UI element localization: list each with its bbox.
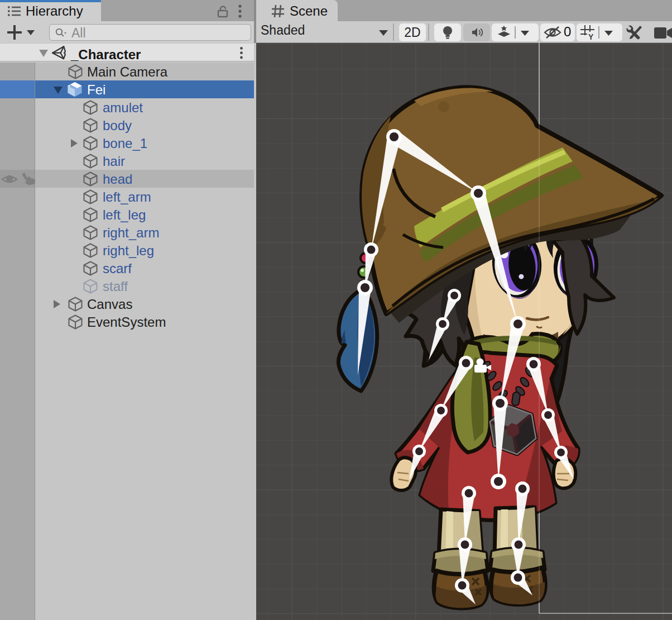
svg-text:Y: Y xyxy=(588,32,594,40)
